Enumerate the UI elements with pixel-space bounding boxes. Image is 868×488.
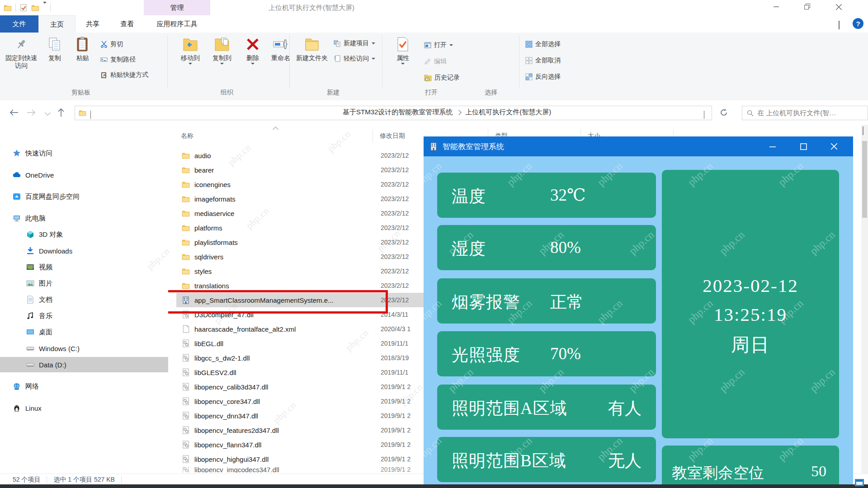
sidebar-item-downloads[interactable]: Downloads <box>0 243 168 258</box>
restore-button[interactable] <box>797 0 818 14</box>
address-dropdown-icon[interactable] <box>704 111 704 119</box>
search-input[interactable]: 在 上位机可执行文件(智… <box>742 106 868 120</box>
file-name: iconengines <box>194 181 231 188</box>
group-label-new: 新建 <box>327 89 340 97</box>
file-date: 2019/11/1 <box>381 369 408 376</box>
ribbon-tabs: 文件 主页 共享 查看 应用程序工具 ? <box>0 15 868 33</box>
paste-shortcut-button[interactable]: 粘贴快捷方式 <box>100 70 148 80</box>
up-button[interactable] <box>55 107 67 118</box>
tab-home[interactable]: 主页 <box>38 15 75 33</box>
file-name: mediaservice <box>194 210 234 217</box>
forward-button[interactable] <box>25 107 37 118</box>
history-icon <box>424 74 432 81</box>
pin-to-quick-access-button[interactable]: 固定到快速访问 <box>4 36 39 70</box>
seats-panel: 教室剩余空位 50 <box>662 446 839 488</box>
file-date: 2023/2/12 <box>381 253 409 260</box>
sidebar-item-3d-objects[interactable]: 3D 对象 <box>0 227 168 242</box>
sidebar-item-quick-access[interactable]: 快速访问 <box>0 145 168 161</box>
copy-path-button[interactable]: 复制路径 <box>100 54 136 65</box>
drive-d-icon <box>26 361 34 369</box>
select-none-button[interactable]: 全部取消 <box>525 55 561 66</box>
app-titlebar[interactable]: 智能教室管理系统 <box>424 136 853 156</box>
taskbar-app-icon[interactable] <box>855 479 864 486</box>
sensor-panel-1: 温度32℃ <box>437 173 656 218</box>
sidebar-item-music[interactable]: 音乐 <box>0 308 168 324</box>
tab-application-tools[interactable]: 应用程序工具 <box>144 15 210 33</box>
open-button[interactable]: 打开 <box>424 40 453 51</box>
sensor-value: 正常 <box>550 291 584 314</box>
baidu-sync-icon <box>13 192 21 201</box>
column-header-date[interactable]: 修改日期 <box>380 132 405 140</box>
file-date: 2023/2/12 <box>381 195 409 202</box>
file-date: 2018/3/19 <box>381 354 409 361</box>
recent-locations-icon[interactable] <box>42 107 53 118</box>
sidebar-item-network[interactable]: 网络 <box>0 379 168 394</box>
copy-to-button[interactable]: 复制到 <box>207 36 237 65</box>
qat-properties-icon[interactable] <box>19 4 28 12</box>
app-close-button[interactable] <box>821 136 847 156</box>
sidebar-item-drive-c[interactable]: Windows (C:) <box>0 341 168 356</box>
breadcrumb-chevron-icon[interactable] <box>90 111 91 119</box>
close-button[interactable] <box>828 0 849 14</box>
invert-selection-button[interactable]: 反向选择 <box>525 71 561 82</box>
sidebar-item-linux[interactable]: Linux <box>0 400 168 416</box>
sensor-label: 温度 <box>452 185 486 208</box>
app-minimize-button[interactable] <box>760 136 785 156</box>
dll-file-icon <box>182 441 190 449</box>
vertical-scrollbar[interactable] <box>861 125 868 474</box>
group-label-organize: 组织 <box>221 89 233 97</box>
properties-button[interactable]: 属性 <box>390 36 416 65</box>
collapse-ribbon-icon[interactable] <box>839 22 840 30</box>
tab-file[interactable]: 文件 <box>0 15 38 33</box>
back-button[interactable] <box>8 107 20 118</box>
refresh-icon[interactable] <box>718 107 730 118</box>
sidebar-item-onedrive[interactable]: OneDrive <box>0 167 168 183</box>
sensor-panel-6: 照明范围B区域无人 <box>437 437 656 482</box>
qat-customize-icon[interactable] <box>43 4 47 12</box>
copy-icon <box>48 36 61 52</box>
qat-new-folder-icon[interactable] <box>31 4 39 12</box>
file-date: 2019/9/1 2 <box>381 441 410 448</box>
xml-file-icon <box>182 325 190 333</box>
tab-share[interactable]: 共享 <box>75 15 111 33</box>
sidebar-item-videos[interactable]: 视频 <box>0 259 168 275</box>
minimize-button[interactable] <box>766 0 787 14</box>
edit-button[interactable]: 编辑 <box>424 56 447 67</box>
easy-access-button[interactable]: 轻松访问 <box>334 53 375 64</box>
scrollbar-thumb[interactable] <box>862 141 867 218</box>
breadcrumb-segment-current[interactable]: 上位机可执行文件(智慧大屏) <box>465 108 551 117</box>
help-icon[interactable]: ? <box>853 18 863 29</box>
sidebar-item-documents[interactable]: 文档 <box>0 292 168 307</box>
paste-button[interactable]: 粘贴 <box>70 36 96 62</box>
address-box[interactable]: 基于STM32设计的智能教室管理系统 上位机可执行文件(智慧大屏) <box>75 106 712 120</box>
tab-view[interactable]: 查看 <box>111 15 144 33</box>
sidebar-item-desktop[interactable]: 桌面 <box>0 324 168 340</box>
cut-button[interactable]: 剪切 <box>100 39 123 50</box>
tab-manage[interactable]: 管理 <box>144 0 210 15</box>
app-maximize-button[interactable] <box>791 136 816 156</box>
delete-button[interactable]: 删除 <box>241 36 265 65</box>
select-all-button[interactable]: 全部选择 <box>525 39 561 50</box>
sidebar-item-label: Windows (C:) <box>39 345 80 352</box>
breadcrumb-segment-root[interactable]: 基于STM32设计的智能教室管理系统 <box>343 108 453 117</box>
explorer-folder-icon[interactable] <box>4 4 12 12</box>
easy-access-icon <box>334 55 341 62</box>
sidebar-item-baidu-sync[interactable]: 百度网盘同步空间 <box>0 189 168 204</box>
new-folder-button[interactable]: 新建文件夹 <box>295 36 329 62</box>
move-to-button[interactable]: 移动到 <box>175 36 205 65</box>
file-name: libopencv_dnn347.dll <box>194 412 258 420</box>
file-name: audio <box>194 152 211 160</box>
scroll-up-icon[interactable] <box>863 127 863 136</box>
sidebar-item-drive-d[interactable]: Data (D:) <box>0 357 168 372</box>
sensor-label: 光照强度 <box>452 344 520 366</box>
column-header-name[interactable]: 名称 <box>181 132 193 140</box>
copy-button[interactable]: 复制 <box>42 36 68 62</box>
new-item-button[interactable]: 新建项目 <box>334 38 375 49</box>
sidebar-item-label: Downloads <box>39 247 72 255</box>
sensor-panel-2: 湿度80% <box>437 225 656 270</box>
sidebar-item-this-pc[interactable]: 此电脑 <box>0 211 168 226</box>
rename-button[interactable]: 重命名 <box>266 36 296 62</box>
history-button[interactable]: 历史记录 <box>424 72 460 83</box>
sidebar-item-pictures[interactable]: 图片 <box>0 276 168 291</box>
app-body: 温度32℃湿度80%烟雾报警正常光照强度70%照明范围A区域有人照明范围B区域无… <box>424 156 853 488</box>
